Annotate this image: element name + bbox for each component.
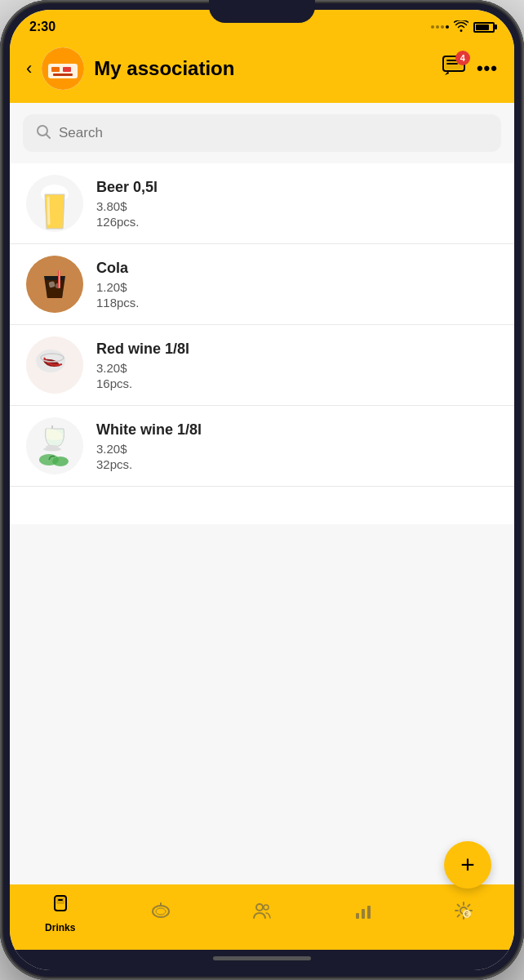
item-image-whitewine	[26, 417, 83, 474]
drinks-nav-label: Drinks	[45, 922, 75, 933]
item-stock: 32pcs.	[96, 457, 498, 471]
svg-rect-32	[356, 913, 359, 919]
status-icons	[431, 20, 495, 34]
item-image-cola	[26, 256, 83, 313]
svg-rect-33	[362, 909, 365, 919]
svg-point-24	[52, 457, 69, 466]
item-name: Beer 0,5l	[96, 179, 498, 196]
search-box[interactable]	[23, 114, 501, 152]
home-indicator	[10, 950, 514, 970]
svg-text:€: €	[464, 910, 468, 918]
svg-rect-27	[58, 899, 63, 901]
list-item[interactable]: White wine 1/8l 3.20$ 32pcs.	[10, 406, 514, 487]
nav-item-members[interactable]	[211, 900, 313, 926]
battery-icon	[473, 22, 495, 33]
home-bar	[213, 956, 311, 960]
content-area: Beer 0,5l 3.80$ 126pcs.	[10, 103, 514, 884]
nav-item-stats[interactable]	[313, 900, 414, 926]
svg-rect-15	[59, 270, 60, 288]
stats-nav-icon	[353, 900, 374, 926]
phone-frame: 2:30 ‹	[0, 0, 524, 980]
messages-button[interactable]: 4	[442, 56, 465, 82]
nav-item-food[interactable]	[111, 900, 212, 926]
item-info-beer: Beer 0,5l 3.80$ 126pcs.	[96, 179, 498, 229]
item-name: Cola	[96, 260, 498, 277]
item-price: 3.80$	[96, 199, 498, 213]
nav-item-settings[interactable]: €	[413, 900, 514, 926]
header: ‹ My association	[10, 39, 514, 103]
item-image-beer	[26, 175, 83, 232]
item-price: 1.20$	[96, 280, 498, 294]
item-list: Beer 0,5l 3.80$ 126pcs.	[10, 163, 514, 524]
svg-rect-4	[53, 74, 73, 76]
food-nav-icon	[150, 900, 171, 926]
nav-item-drinks[interactable]: Drinks	[10, 893, 111, 933]
list-item[interactable]: Cola 1.20$ 118pcs.	[10, 244, 514, 325]
empty-area	[10, 524, 514, 885]
svg-point-29	[156, 908, 166, 915]
item-info-whitewine: White wine 1/8l 3.20$ 32pcs.	[96, 421, 498, 471]
svg-rect-34	[367, 906, 371, 919]
more-button[interactable]: •••	[477, 58, 498, 79]
item-info-cola: Cola 1.20$ 118pcs.	[96, 260, 498, 310]
screen: 2:30 ‹	[10, 10, 514, 970]
svg-point-31	[264, 905, 269, 910]
svg-point-28	[153, 906, 169, 917]
svg-point-22	[43, 448, 61, 452]
svg-rect-3	[63, 67, 71, 72]
header-title: My association	[94, 57, 433, 80]
svg-point-30	[256, 904, 263, 911]
add-button[interactable]: +	[444, 841, 491, 889]
drinks-nav-icon	[50, 893, 71, 919]
header-actions: 4 •••	[442, 56, 498, 82]
item-price: 3.20$	[96, 442, 498, 456]
search-icon	[36, 124, 51, 142]
bottom-nav: Drinks	[10, 884, 514, 950]
svg-rect-2	[51, 67, 60, 72]
notch	[209, 0, 315, 23]
search-container	[10, 103, 514, 163]
back-button[interactable]: ‹	[26, 58, 32, 79]
members-nav-icon	[251, 900, 273, 926]
search-input[interactable]	[59, 125, 488, 141]
status-time: 2:30	[29, 20, 56, 34]
item-stock: 118pcs.	[96, 296, 498, 310]
item-stock: 126pcs.	[96, 215, 498, 229]
list-item[interactable]: Beer 0,5l 3.80$ 126pcs.	[10, 163, 514, 244]
item-image-redwine	[26, 336, 83, 394]
avatar	[42, 47, 84, 90]
item-name: Red wine 1/8l	[96, 341, 498, 358]
message-badge: 4	[455, 51, 470, 65]
item-stock: 16pcs.	[96, 376, 498, 390]
item-name: White wine 1/8l	[96, 421, 498, 439]
list-item[interactable]: Red wine 1/8l 3.20$ 16pcs.	[10, 325, 514, 406]
item-price: 3.20$	[96, 361, 498, 375]
settings-nav-icon: €	[453, 900, 474, 926]
item-info-redwine: Red wine 1/8l 3.20$ 16pcs.	[96, 341, 498, 390]
wifi-icon	[454, 20, 468, 34]
signal-icon	[431, 25, 449, 29]
svg-point-7	[38, 126, 47, 136]
